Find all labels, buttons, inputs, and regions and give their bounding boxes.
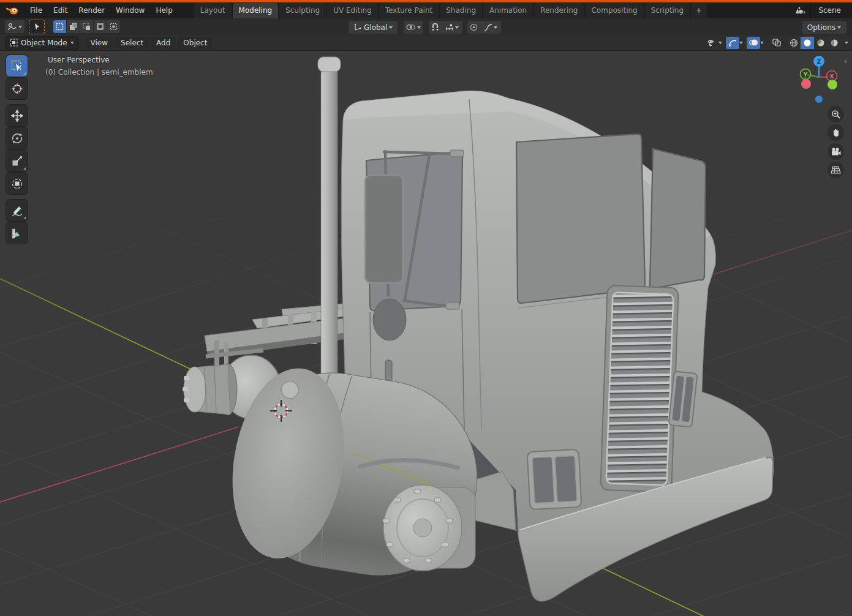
grid-perspective-icon	[831, 165, 841, 175]
workspace-tab-texture-paint[interactable]: Texture Paint	[379, 3, 439, 18]
gizmo-neg-x-axis[interactable]	[801, 79, 811, 89]
proportional-falloff-dropdown[interactable]	[480, 21, 501, 34]
tool-measure[interactable]	[6, 222, 28, 244]
transform-orientation-dropdown[interactable]: Global	[348, 20, 398, 34]
gizmo-z-label: Z	[817, 59, 821, 65]
scene-name[interactable]: Scene	[811, 6, 852, 15]
gizmo-y-label: Y	[803, 72, 808, 78]
hand-icon	[831, 128, 841, 138]
tool-rotate[interactable]	[6, 127, 28, 149]
add-workspace-button[interactable]: +	[691, 3, 707, 18]
tool-submenu-indicator	[23, 217, 26, 219]
chevron-down-icon[interactable]	[739, 42, 743, 44]
menu-view[interactable]: View	[85, 37, 113, 49]
sidebar-collapse-arrow[interactable]: ‹	[844, 56, 847, 66]
snap-toggle-button[interactable]	[429, 21, 442, 34]
workspace-tab-sculpting[interactable]: Sculpting	[279, 3, 326, 18]
active-tool-indicator[interactable]	[29, 20, 45, 34]
shading-wireframe[interactable]	[787, 37, 801, 49]
select-mode-extend[interactable]	[67, 20, 80, 33]
solid-icon	[803, 39, 812, 47]
mode-label: Object Mode	[21, 39, 67, 47]
mode-selector[interactable]: Object Mode	[5, 36, 79, 50]
editor-type-dropdown[interactable]	[4, 20, 25, 34]
camera-view-button[interactable]	[827, 143, 844, 160]
object-visibility-toggle[interactable]	[705, 37, 718, 49]
menu-add[interactable]: Add	[151, 37, 176, 49]
blender-logo[interactable]	[6, 6, 18, 15]
chevron-down-icon[interactable]	[718, 42, 722, 44]
navigation-gizmo[interactable]: Z Y X	[794, 53, 846, 105]
camera-icon	[831, 147, 841, 156]
menu-render[interactable]: Render	[73, 4, 110, 17]
workspace-tab-rendering[interactable]: Rendering	[534, 3, 584, 18]
select-mode-subtract[interactable]	[80, 20, 93, 33]
object-mode-icon	[10, 39, 18, 47]
snap-target-icon	[445, 24, 454, 31]
workspace-tab-modeling[interactable]: Modeling	[233, 3, 279, 18]
options-dropdown[interactable]: Options	[801, 20, 847, 34]
shading-material-preview[interactable]	[814, 37, 827, 49]
active-object-overlay: (0) Collection | semi_emblem	[45, 68, 153, 77]
snap-group	[429, 21, 462, 34]
proportional-edit-group	[467, 21, 501, 34]
pivot-point-dropdown[interactable]	[403, 20, 424, 34]
chevron-down-icon[interactable]	[760, 42, 764, 44]
gizmo-neg-y-axis[interactable]	[827, 80, 837, 89]
transform-settings: Global	[348, 20, 501, 34]
pan-button[interactable]	[827, 124, 844, 141]
tool-select-box[interactable]	[6, 55, 28, 77]
tool-submenu-indicator	[23, 167, 26, 170]
menu-window[interactable]: Window	[110, 4, 150, 17]
gizmo-icon	[728, 39, 737, 47]
magnifier-plus-icon	[831, 110, 841, 119]
workspace-tabs: Layout Modeling Sculpting UV Editing Tex…	[194, 2, 707, 18]
proportional-edit-toggle[interactable]	[467, 21, 480, 34]
snap-settings-dropdown[interactable]	[442, 21, 462, 34]
select-mode-set[interactable]	[53, 20, 66, 33]
eye-cursor-icon	[707, 39, 717, 47]
tool-scale[interactable]	[6, 150, 28, 171]
viewport-canvas[interactable]	[0, 0, 852, 616]
proportional-edit-icon	[470, 23, 478, 31]
xray-toggle[interactable]	[770, 37, 783, 49]
tool-move[interactable]	[6, 105, 28, 126]
select-box-tool-icon	[33, 23, 41, 31]
menu-edit[interactable]: Edit	[48, 4, 73, 17]
orientation-axes-icon	[353, 23, 362, 31]
workspace-tab-animation[interactable]: Animation	[483, 3, 533, 18]
orthographic-toggle-button[interactable]	[827, 162, 844, 178]
overlays-toggle[interactable]	[747, 37, 760, 49]
magnet-icon	[431, 23, 439, 31]
gizmos-toggle[interactable]	[726, 37, 739, 49]
shading-rendered[interactable]	[827, 37, 841, 49]
menu-help[interactable]: Help	[150, 4, 178, 17]
tool-annotate[interactable]	[6, 200, 28, 221]
chevron-down-icon	[494, 26, 497, 29]
chevron-down-icon[interactable]	[845, 42, 848, 44]
scene-icon[interactable]	[790, 6, 810, 15]
select-mode-intersect[interactable]	[107, 20, 120, 33]
zoom-button[interactable]	[827, 106, 844, 122]
workspace-tab-uv-editing[interactable]: UV Editing	[327, 3, 378, 18]
workspace-tab-compositing[interactable]: Compositing	[585, 3, 643, 18]
xray-icon	[772, 39, 781, 47]
exhaust-stack	[318, 57, 341, 408]
rendered-icon	[830, 39, 839, 47]
topbar: File Edit Render Window Help Layout Mode…	[0, 2, 852, 18]
workspace-tab-layout[interactable]: Layout	[194, 3, 232, 18]
menu-file[interactable]: File	[25, 4, 48, 17]
viewport-toolbar	[6, 55, 28, 244]
menu-select[interactable]: Select	[115, 37, 149, 49]
shading-solid[interactable]	[801, 37, 814, 49]
gizmo-neg-z-axis[interactable]	[815, 96, 823, 103]
menu-object[interactable]: Object	[178, 37, 213, 49]
wireframe-icon	[790, 39, 798, 47]
workspace-tab-scripting[interactable]: Scripting	[645, 3, 690, 18]
tool-cursor[interactable]	[6, 78, 28, 99]
material-preview-icon	[816, 39, 825, 47]
workspace-tab-shading[interactable]: Shading	[440, 3, 482, 18]
select-mode-invert[interactable]	[94, 20, 107, 33]
tool-settings-bar: Global	[0, 18, 852, 36]
tool-transform[interactable]	[6, 173, 28, 194]
